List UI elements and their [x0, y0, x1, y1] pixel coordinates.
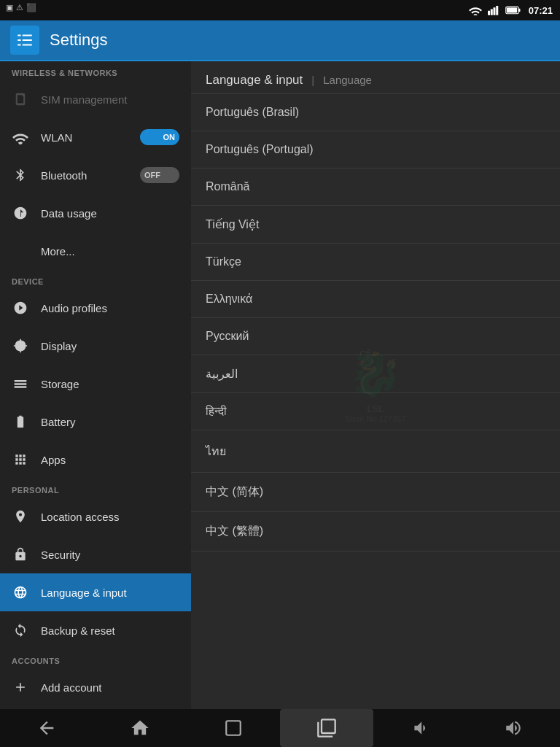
svg-rect-7 — [226, 721, 241, 735]
language-item-1[interactable]: Português (Portugal) — [191, 131, 560, 169]
content-subtitle: Language — [323, 74, 372, 86]
sidebar: WIRELESS & NETWORKS SIM management WLAN … — [0, 61, 191, 709]
sidebar-item-security[interactable]: Security — [0, 535, 191, 573]
sidebar-item-more[interactable]: More... — [0, 232, 191, 270]
section-accounts: ACCOUNTS — [0, 649, 191, 668]
volume-up-button[interactable] — [467, 709, 560, 747]
sidebar-item-backup[interactable]: Backup & reset — [0, 611, 191, 649]
wifi-icon — [469, 5, 482, 15]
sidebar-item-bluetooth[interactable]: Bluetooth OFF — [0, 156, 191, 194]
notification-icon-3: ⬛ — [26, 3, 36, 12]
battery-icon — [12, 413, 29, 430]
svg-rect-2 — [493, 7, 495, 15]
sidebar-item-language[interactable]: Language & input — [0, 573, 191, 611]
location-icon — [12, 508, 29, 525]
add-account-icon — [12, 678, 29, 696]
apps-label: Apps — [41, 454, 179, 466]
wlan-label: WLAN — [41, 131, 128, 144]
sidebar-item-sim: SIM management — [0, 80, 191, 118]
language-item-7[interactable]: العربية — [191, 355, 560, 393]
svg-rect-1 — [491, 9, 493, 15]
main-layout: WIRELESS & NETWORKS SIM management WLAN … — [0, 61, 560, 709]
notification-icon-2: ⚠ — [16, 3, 23, 12]
home-button[interactable] — [93, 709, 187, 747]
storage-label: Storage — [41, 378, 179, 390]
section-personal: PERSONAL — [0, 479, 191, 498]
language-item-4[interactable]: Türkçe — [191, 244, 560, 281]
clock: 07:21 — [529, 5, 553, 16]
sidebar-item-wlan[interactable]: WLAN ON — [0, 118, 191, 156]
notification-icon-1: ▣ — [6, 3, 13, 12]
settings-icon — [15, 31, 34, 50]
svg-rect-3 — [496, 6, 498, 15]
settings-icon-box — [10, 26, 39, 55]
data-label: Data usage — [41, 207, 179, 220]
content-header: Language & input | Language — [191, 61, 560, 94]
language-item-6[interactable]: Русский — [191, 318, 560, 355]
volume-down-button[interactable] — [373, 709, 467, 747]
svg-rect-0 — [488, 11, 490, 15]
more-icon — [12, 242, 29, 260]
sidebar-item-apps[interactable]: Apps — [0, 441, 191, 479]
apps-icon — [12, 451, 29, 468]
battery-label: Battery — [41, 416, 179, 428]
language-list: Português (Brasil)Português (Portugal)Ro… — [191, 94, 560, 551]
backup-label: Backup & reset — [41, 624, 179, 637]
content-title: Language & input — [206, 73, 303, 88]
data-usage-icon — [12, 204, 29, 222]
language-item-5[interactable]: Ελληνικά — [191, 281, 560, 318]
bluetooth-label: Bluetooth — [41, 169, 128, 182]
recents-button[interactable] — [187, 709, 280, 747]
add-account-label: Add account — [41, 681, 179, 694]
title-bar: Settings — [0, 20, 560, 61]
svg-rect-5 — [518, 9, 520, 12]
language-input-label: Language & input — [41, 587, 179, 599]
wifi-sidebar-icon — [12, 128, 29, 146]
section-wireless: WIRELESS & NETWORKS — [0, 61, 191, 80]
content-panel: Language & input | Language 🐉 LSL Store … — [191, 61, 560, 709]
storage-icon — [12, 375, 29, 392]
more-label: More... — [41, 245, 179, 258]
sidebar-item-audio[interactable]: Audio profiles — [0, 289, 191, 327]
language-item-2[interactable]: Română — [191, 169, 560, 206]
sim-icon — [12, 90, 29, 108]
audio-label: Audio profiles — [41, 302, 179, 314]
location-label: Location access — [41, 511, 179, 523]
back-button[interactable] — [0, 709, 93, 747]
security-icon — [12, 546, 29, 563]
battery-status-icon — [505, 5, 521, 15]
sidebar-item-location[interactable]: Location access — [0, 498, 191, 535]
bluetooth-icon — [12, 166, 29, 184]
sidebar-item-storage[interactable]: Storage — [0, 365, 191, 403]
status-bar: ▣ ⚠ ⬛ 07:21 — [0, 0, 560, 20]
sidebar-item-battery[interactable]: Battery — [0, 403, 191, 441]
language-item-0[interactable]: Português (Brasil) — [191, 94, 560, 131]
language-item-11[interactable]: 中文 (繁體) — [191, 512, 560, 551]
sidebar-item-data[interactable]: Data usage — [0, 194, 191, 232]
sidebar-item-addaccount[interactable]: Add account — [0, 668, 191, 706]
audio-icon — [12, 299, 29, 317]
sidebar-item-display[interactable]: Display — [0, 327, 191, 365]
signal-icon — [488, 5, 501, 15]
security-label: Security — [41, 549, 179, 561]
display-label: Display — [41, 340, 179, 352]
language-item-9[interactable]: ไทย — [191, 430, 560, 473]
language-icon — [12, 584, 29, 601]
bluetooth-toggle[interactable]: OFF — [140, 167, 179, 183]
sim-label: SIM management — [41, 93, 179, 106]
backup-icon — [12, 622, 29, 639]
language-item-3[interactable]: Tiếng Việt — [191, 206, 560, 244]
section-device: DEVICE — [0, 270, 191, 289]
language-item-8[interactable]: हिन्दी — [191, 393, 560, 430]
language-item-10[interactable]: 中文 (简体) — [191, 473, 560, 512]
svg-rect-6 — [507, 7, 517, 12]
nav-bar — [0, 709, 560, 747]
display-icon — [12, 337, 29, 355]
screenshot-button[interactable] — [280, 709, 373, 747]
wlan-toggle[interactable]: ON — [140, 129, 179, 145]
page-title: Settings — [50, 31, 108, 50]
